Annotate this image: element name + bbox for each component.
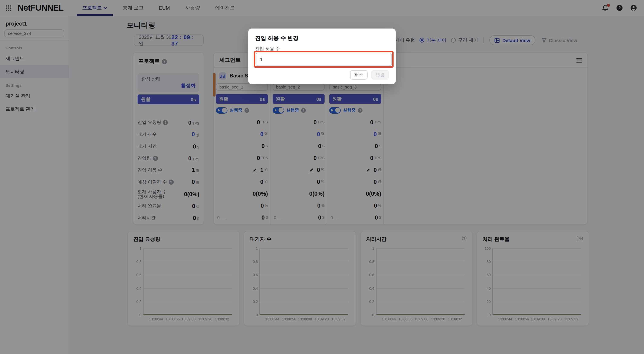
netfunnel-app: NetFUNNEL 프로젝트통계 로그EUM사용량에이전트 ? project1… bbox=[0, 0, 644, 354]
confirm-button[interactable]: 변경 bbox=[372, 70, 389, 79]
highlight-frame bbox=[254, 51, 394, 68]
entry-allowance-input[interactable] bbox=[256, 53, 392, 66]
cancel-button[interactable]: 취소 bbox=[350, 70, 368, 79]
modal-actions: 취소 변경 bbox=[350, 70, 389, 79]
modal-title: 진입 허용 수 변경 bbox=[255, 34, 389, 42]
entry-allowance-modal: 진입 허용 수 변경 진입 허용 수 취소 변경 bbox=[248, 28, 396, 84]
